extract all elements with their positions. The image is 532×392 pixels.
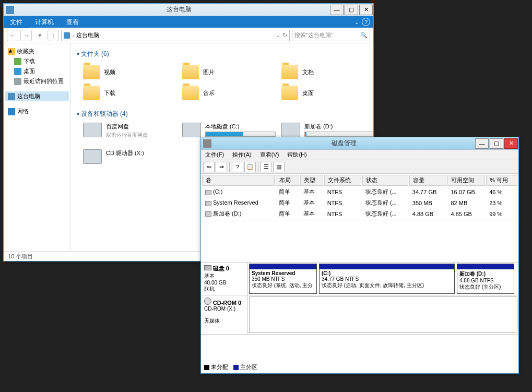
sidebar-favorites[interactable]: ★收藏夹 — [5, 46, 69, 56]
folder-icon — [281, 86, 298, 100]
tb-back-button[interactable]: ⇐ — [203, 162, 215, 172]
sidebar-network[interactable]: 网络 — [5, 106, 69, 116]
diskmgr-icon — [203, 139, 211, 148]
tb-refresh-button[interactable]: ? — [232, 162, 243, 172]
tb-view2-button[interactable]: ▤ — [273, 162, 285, 172]
sidebar-recent[interactable]: 最近访问的位置 — [5, 76, 69, 86]
partition[interactable]: System Reserved350 MB NTFS状态良好 (系统, 活动, … — [249, 264, 317, 294]
sidebar-this-pc[interactable]: 这台电脑 — [5, 91, 69, 101]
menu-help[interactable]: 帮助(H) — [283, 150, 311, 160]
close-button[interactable]: ✕ — [359, 5, 373, 15]
drive-label: CD 驱动器 (X:) — [106, 149, 177, 157]
drive-item[interactable]: 百度网盘双击运行百度网盘 — [83, 123, 177, 145]
sidebar-desktop[interactable]: 桌面 — [5, 66, 69, 76]
nav-up-button[interactable]: ↑ — [48, 30, 59, 41]
legend-primary-icon — [233, 365, 239, 370]
drive-label: 百度网盘 — [106, 123, 177, 130]
folder-item[interactable]: 下载 — [83, 84, 177, 102]
partition[interactable]: 新加卷 (D:)4.88 GB NTFS状态良好 (主分区) — [457, 264, 514, 294]
volume-icon — [205, 211, 211, 217]
disk0-row: 磁盘 0 基本 40.00 GB 联机 System Reserved350 M… — [201, 263, 518, 295]
diskmgr-titlebar[interactable]: 磁盘管理 — ▢ ✕ — [201, 137, 518, 150]
legend: 未分配 主分区 — [204, 363, 257, 371]
nav-forward-button[interactable]: → — [20, 30, 32, 41]
column-header[interactable]: 布局 — [276, 175, 299, 186]
drive-item[interactable]: CD 驱动器 (X:) — [83, 149, 177, 164]
ribbon-file[interactable]: 文件 — [4, 16, 29, 28]
search-input[interactable]: 搜索"这台电脑" 🔍 — [292, 30, 370, 41]
column-header[interactable]: 可用空间 — [447, 175, 485, 186]
ribbon-computer[interactable]: 计算机 — [29, 16, 60, 28]
close-button[interactable]: ✕ — [504, 138, 518, 149]
column-header[interactable]: 类型 — [300, 175, 323, 186]
computer-icon — [64, 32, 70, 39]
disk-graphical-panel: 磁盘 0 基本 40.00 GB 联机 System Reserved350 M… — [201, 262, 518, 335]
drive-icon — [281, 123, 300, 137]
drive-icon — [182, 123, 201, 137]
disk0-label[interactable]: 磁盘 0 基本 40.00 GB 联机 — [201, 263, 248, 295]
menu-view[interactable]: 查看(V) — [256, 150, 283, 160]
tb-properties-button[interactable]: 📋 — [244, 162, 256, 172]
search-placeholder: 搜索"这台电脑" — [294, 31, 333, 39]
volume-icon — [205, 201, 211, 206]
maximize-button[interactable]: ▢ — [490, 138, 503, 149]
explorer-titlebar[interactable]: 这台电脑 — ▢ ✕ — [4, 4, 373, 16]
nav-history-button[interactable]: ▾ — [34, 30, 45, 41]
refresh-icon[interactable]: ↻ — [282, 32, 287, 39]
menu-file[interactable]: 文件(F) — [201, 150, 228, 160]
folder-icon — [281, 65, 298, 79]
diskmgr-menubar: 文件(F) 操作(A) 查看(V) 帮助(H) — [201, 150, 518, 160]
folder-icon — [83, 65, 100, 79]
folder-item[interactable]: 文档 — [281, 63, 373, 81]
minimize-button[interactable]: — — [475, 138, 489, 149]
partition[interactable]: (C:)34.77 GB NTFS状态良好 (启动, 页面文件, 故障转储, 主… — [319, 264, 455, 294]
address-bar[interactable]: › 这台电脑 ⌄ ↻ — [61, 30, 290, 41]
nav-back-button[interactable]: ← — [7, 30, 18, 41]
quick-icon — [18, 6, 27, 14]
folder-icon — [83, 86, 100, 100]
drive-usage-bar — [205, 132, 276, 137]
volume-row[interactable]: (C:)简单基本NTFS状态良好 (...34.77 GB16.07 GB46 … — [202, 187, 517, 197]
folder-label: 音乐 — [203, 89, 215, 97]
help-icon[interactable]: ? — [362, 18, 370, 26]
folder-item[interactable]: 视频 — [83, 63, 177, 81]
tb-view1-button[interactable]: ☰ — [261, 162, 272, 172]
sidebar-downloads[interactable]: 下载 — [5, 56, 69, 66]
folder-item[interactable]: 音乐 — [182, 84, 276, 102]
folders-header[interactable]: 文件夹 (6) — [77, 47, 367, 61]
folder-label: 文档 — [302, 68, 314, 76]
volume-icon — [205, 190, 211, 195]
cdrom-label[interactable]: CD-ROM 0 CD-ROM (X:) 无媒体 — [201, 295, 248, 334]
drive-usage-bar — [304, 132, 373, 137]
legend-unalloc-icon — [204, 365, 209, 370]
folder-label: 下载 — [104, 89, 115, 97]
address-dropdown-icon[interactable]: ⌄ — [276, 32, 280, 39]
minimize-button[interactable]: — — [330, 5, 344, 15]
column-header[interactable]: 状态 — [362, 175, 408, 186]
column-header[interactable]: 卷 — [202, 175, 275, 186]
ribbon-view[interactable]: 查看 — [60, 16, 85, 28]
tb-forward-button[interactable]: ⇒ — [216, 162, 227, 172]
explorer-ribbon: 文件 计算机 查看 ⌄ ? — [4, 16, 373, 28]
diskmgr-title: 磁盘管理 — [214, 139, 475, 148]
drive-icon — [83, 149, 102, 164]
maximize-button[interactable]: ▢ — [345, 5, 358, 15]
column-header[interactable]: % 可用 — [486, 175, 517, 186]
drives-header[interactable]: 设备和驱动器 (4) — [77, 108, 367, 121]
drive-icon — [83, 123, 102, 137]
folder-icon — [182, 86, 199, 100]
window-title: 这台电脑 — [29, 5, 329, 14]
ribbon-expand-icon[interactable]: ⌄ — [354, 19, 359, 25]
drive-subtext: 双击运行百度网盘 — [106, 132, 177, 139]
folder-item[interactable]: 桌面 — [281, 84, 373, 102]
diskmgr-toolbar: ⇐ ⇒ ? 📋 ☰ ▤ — [201, 160, 518, 174]
folder-label: 视频 — [104, 68, 115, 76]
folder-label: 图片 — [203, 68, 215, 76]
column-header[interactable]: 容量 — [409, 175, 447, 186]
address-text: 这台电脑 — [76, 31, 99, 39]
column-header[interactable]: 文件系统 — [324, 175, 361, 186]
volume-row[interactable]: 新加卷 (D:)简单基本NTFS状态良好 (...4.88 GB4.85 GB9… — [202, 209, 517, 219]
menu-action[interactable]: 操作(A) — [228, 150, 256, 160]
folder-item[interactable]: 图片 — [182, 63, 276, 81]
volume-row[interactable]: System Reserved简单基本NTFS状态良好 (...350 MB82… — [202, 198, 517, 208]
